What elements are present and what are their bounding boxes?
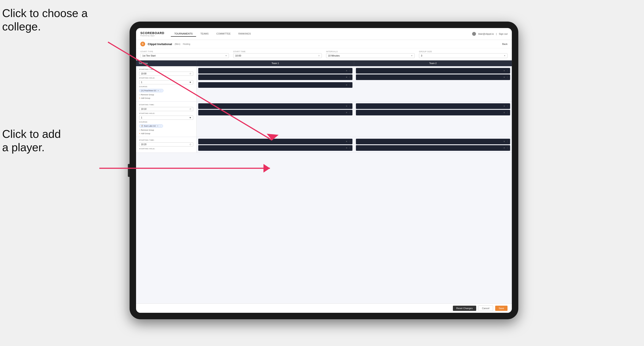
nav-right: blair@clippd.io | Sign out bbox=[472, 32, 508, 36]
clock-icon-3: ⏱ bbox=[190, 144, 191, 146]
player-x-icon[interactable]: ✕ bbox=[504, 141, 505, 143]
config-row: Start Type 1st Tee Start ▼ Start Time 10… bbox=[136, 48, 512, 60]
tablet-screen: SCOREBOARD Powered by clippd TOURNAMENTS… bbox=[136, 28, 512, 313]
cancel-button[interactable]: Cancel bbox=[478, 306, 493, 311]
player-x-icon[interactable]: ✕ bbox=[346, 76, 348, 78]
sign-out-link[interactable]: Sign out bbox=[499, 32, 508, 35]
starting-hole-input-1[interactable]: 1 ▼ bbox=[139, 80, 193, 84]
group-left-2: STARTING TIME: 10:10 ⏱ STARTING HOLE: 1 … bbox=[136, 102, 196, 137]
remove-group-2[interactable]: ○ Remove Group bbox=[139, 129, 193, 131]
th-tee-time: Tee Time bbox=[136, 60, 196, 66]
remove-group-1[interactable]: ○ Remove Group bbox=[139, 94, 193, 96]
group-row-2: STARTING TIME: 10:10 ⏱ STARTING HOLE: 1 … bbox=[136, 102, 512, 137]
player-dots-icon: ⋮ bbox=[506, 70, 508, 72]
player-row-4-2[interactable]: ✕ ⋮ bbox=[356, 110, 510, 115]
group-left-1: STARTING TIME: 10:00 ⏱ STARTING HOLE: 1 … bbox=[136, 66, 196, 101]
player-x-icon[interactable]: ✕ bbox=[504, 70, 505, 72]
player-dots-icon: ⋮ bbox=[506, 147, 508, 149]
player-row-3-2[interactable]: ✕ ⋮ bbox=[198, 110, 352, 115]
starting-hole-label-2: STARTING HOLE: bbox=[139, 112, 193, 114]
nav-item-teams[interactable]: TEAMS bbox=[197, 31, 212, 37]
player-x-icon[interactable]: ✕ bbox=[346, 147, 348, 149]
start-type-select[interactable]: 1st Tee Start ▼ bbox=[140, 53, 229, 58]
hosting-badge: Hosting bbox=[183, 43, 190, 45]
group-row: STARTING TIME: 10:00 ⏱ STARTING HOLE: 1 … bbox=[136, 66, 512, 102]
player-x-icon[interactable]: ✕ bbox=[346, 112, 348, 114]
player-x-icon[interactable]: ✕ bbox=[346, 141, 348, 143]
add-group-2[interactable]: + Add Group bbox=[139, 133, 193, 135]
player-dots-icon: ⋮ bbox=[506, 105, 508, 107]
nav-item-tournaments[interactable]: TOURNAMENTS bbox=[171, 31, 196, 37]
remove-course-2[interactable]: ✕ bbox=[157, 125, 158, 127]
player-x-icon[interactable]: ✕ bbox=[346, 84, 348, 86]
player-x-icon[interactable]: ✕ bbox=[346, 70, 348, 72]
brand-subtitle: Powered by clippd bbox=[140, 35, 164, 37]
course-tag-1[interactable]: (A) Peachtree GC ✕ ⋮ bbox=[139, 89, 164, 92]
annotation-top-line2: college. bbox=[2, 20, 41, 33]
intervals-field: Intervals 10 Minutes ▼ bbox=[326, 50, 415, 58]
intervals-value: 10 Minutes bbox=[328, 54, 340, 57]
group-size-select[interactable]: 3 ▼ bbox=[419, 53, 508, 58]
chevron-down-icon-group: ▼ bbox=[504, 55, 506, 57]
player-row-3-1[interactable]: ✕ ⋮ bbox=[198, 103, 352, 109]
intervals-label: Intervals bbox=[326, 50, 415, 53]
player-row-4-1[interactable]: ✕ ⋮ bbox=[356, 103, 510, 109]
start-time-label: Start Time bbox=[233, 50, 322, 53]
remove-course-1[interactable]: ✕ bbox=[158, 90, 159, 92]
player-row-6-1[interactable]: ✕ ⋮ bbox=[356, 139, 510, 144]
player-x-icon[interactable]: ✕ bbox=[504, 105, 505, 107]
nav-items: TOURNAMENTS TEAMS COMMITTEE RANKINGS bbox=[171, 31, 472, 37]
brand-title: SCOREBOARD bbox=[140, 31, 164, 35]
reset-button[interactable]: Reset Changes bbox=[453, 306, 476, 311]
start-time-select[interactable]: 10:00 ⏱ bbox=[233, 53, 322, 58]
group-center-1: ✕ ⋮ ✕ ⋮ ✕ ⋮ bbox=[196, 66, 354, 101]
player-x-icon[interactable]: ✕ bbox=[504, 76, 505, 78]
player-row-5-1[interactable]: ✕ ⋮ bbox=[198, 139, 352, 144]
footer-bar: Reset Changes Cancel Save bbox=[136, 304, 512, 313]
player-dots-icon: ⋮ bbox=[349, 76, 351, 78]
main-content[interactable]: STARTING TIME: 10:00 ⏱ STARTING HOLE: 1 … bbox=[136, 66, 512, 304]
player-row-1-2[interactable]: ✕ ⋮ bbox=[198, 74, 352, 80]
player-x-icon[interactable]: ✕ bbox=[504, 112, 505, 114]
tablet-device: SCOREBOARD Powered by clippd TOURNAMENTS… bbox=[130, 21, 518, 319]
player-row-1-1[interactable]: ✕ ⋮ bbox=[198, 68, 352, 74]
player-row-6-2[interactable]: ✕ ⋮ bbox=[356, 145, 510, 151]
starting-time-input-2[interactable]: 10:10 ⏱ bbox=[139, 107, 193, 111]
avatar bbox=[472, 32, 476, 36]
starting-time-label-2: STARTING TIME: bbox=[139, 104, 193, 106]
player-x-icon[interactable]: ✕ bbox=[504, 147, 505, 149]
group-right-3: ✕ ⋮ ✕ ⋮ bbox=[354, 137, 512, 153]
annotation-bottom-line1: Click to add bbox=[2, 128, 61, 140]
player-row-2-1[interactable]: ✕ ⋮ bbox=[356, 68, 510, 74]
player-dots-icon: ⋮ bbox=[349, 105, 351, 107]
intervals-select[interactable]: 10 Minutes ▼ bbox=[326, 53, 415, 58]
separator: | bbox=[496, 32, 497, 35]
player-row-5-2[interactable]: ✕ ⋮ bbox=[198, 145, 352, 151]
event-title: Clippd Invitational bbox=[148, 42, 172, 46]
chevron-down-icon-intervals: ▼ bbox=[411, 55, 413, 57]
course-tag-2[interactable]: 🏌 East Lake GC ✕ ⋮ bbox=[139, 124, 163, 128]
add-group-1[interactable]: + Add Group bbox=[139, 97, 193, 99]
nav-item-committee[interactable]: COMMITTEE bbox=[213, 31, 234, 37]
starting-time-input-3[interactable]: 10:20 ⏱ bbox=[139, 142, 193, 147]
player-dots-icon: ⋮ bbox=[506, 76, 508, 78]
save-button[interactable]: Save bbox=[495, 306, 508, 311]
annotation-bottom-line2: a player. bbox=[2, 141, 45, 154]
starting-hole-label-1: STARTING HOLE: bbox=[139, 77, 193, 79]
group-left-3: STARTING TIME: 10:20 ⏱ STARTING HOLE: bbox=[136, 137, 196, 153]
start-time-field: Start Time 10:00 ⏱ bbox=[233, 50, 322, 58]
starting-hole-input-2[interactable]: 1 ▼ bbox=[139, 116, 193, 120]
player-row-1-3[interactable]: ✕ ⋮ bbox=[198, 82, 352, 88]
starting-time-input-1[interactable]: 10:00 ⏱ bbox=[139, 72, 193, 76]
player-dots-icon: ⋮ bbox=[349, 84, 351, 86]
nav-item-rankings[interactable]: RANKINGS bbox=[235, 31, 254, 37]
group-center-2: ✕ ⋮ ✕ ⋮ bbox=[196, 102, 354, 137]
course-label-2: COURSE: bbox=[139, 121, 193, 123]
player-x-icon[interactable]: ✕ bbox=[346, 105, 348, 107]
player-row-2-2[interactable]: ✕ ⋮ bbox=[356, 74, 510, 80]
group-right-2: ✕ ⋮ ✕ ⋮ bbox=[354, 102, 512, 137]
start-type-value: 1st Tee Start bbox=[142, 54, 156, 57]
back-button[interactable]: Back bbox=[502, 43, 508, 45]
chevron-down-icon: ▼ bbox=[225, 55, 227, 57]
clippd-logo: C bbox=[140, 42, 145, 46]
